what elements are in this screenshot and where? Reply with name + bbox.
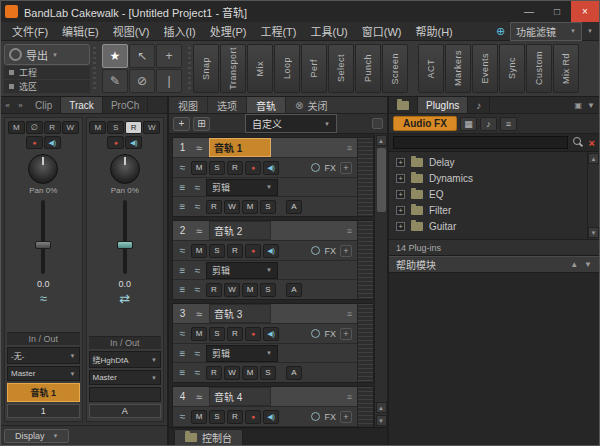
module-button[interactable]: Mix <box>247 44 273 93</box>
draw-tool-button[interactable]: ✎ <box>102 69 128 93</box>
plugin-folder-row[interactable]: + Dynamics <box>389 170 587 186</box>
track-arm-button[interactable]: R <box>227 244 243 258</box>
fx-bypass-icon[interactable] <box>311 329 320 338</box>
track-name[interactable]: 音轨 2 <box>209 221 271 240</box>
plugin-folder-row[interactable]: + Filter <box>389 202 587 218</box>
read-automation-button[interactable]: R <box>125 121 142 134</box>
archive-button[interactable]: A <box>286 366 302 380</box>
output-select[interactable]: Master ▼ <box>89 370 162 385</box>
options-button[interactable] <box>372 118 383 129</box>
plugins-tab[interactable]: PlugIns <box>418 97 468 113</box>
fx-bypass-icon[interactable] <box>311 412 320 421</box>
scroll-down-icon[interactable]: ▼ <box>376 415 387 426</box>
record-dot-icon[interactable]: ● <box>245 410 261 424</box>
output-select[interactable]: Master ▼ <box>7 366 80 381</box>
track-solo-button[interactable]: S <box>209 410 225 424</box>
track-name[interactable]: 音轨 1 <box>209 138 271 157</box>
scroll-top-button[interactable]: ▲ <box>376 402 387 413</box>
module-button[interactable]: Select <box>328 44 354 93</box>
track-solo-button[interactable]: S <box>209 161 225 175</box>
automation-write-button[interactable]: W <box>224 200 240 214</box>
collapse-icon[interactable]: ▲ <box>570 260 578 269</box>
chevron-down-icon[interactable]: ▼ <box>587 101 595 110</box>
automation-mute-button[interactable]: M <box>242 366 258 380</box>
archive-button[interactable]: A <box>286 200 302 214</box>
menu-chevron-icon[interactable]: ▼ <box>584 260 592 269</box>
notes-tab[interactable]: ♪ <box>468 97 490 113</box>
record-arm-button[interactable]: ● <box>26 136 43 149</box>
track-mute-button[interactable]: M <box>191 327 207 341</box>
write-automation-button[interactable]: W <box>62 121 79 134</box>
pan-knob[interactable] <box>110 154 140 184</box>
track-manager-button[interactable]: ⊞ <box>193 117 210 131</box>
clip-dropdown[interactable]: 剪辑 ▼ <box>206 262 278 279</box>
strip-name-box[interactable]: 音轨 1 <box>7 383 80 402</box>
module-button[interactable]: Markers <box>445 44 471 93</box>
module-button[interactable]: Custom <box>526 44 552 93</box>
input-echo-button[interactable]: ◀) <box>263 327 279 341</box>
add-fx-button[interactable]: + <box>340 245 352 257</box>
dock-icon[interactable]: ▣ <box>575 101 583 110</box>
erase-tool-button[interactable]: ⊘ <box>129 69 155 93</box>
record-dot-icon[interactable]: ● <box>245 161 261 175</box>
scroll-up-icon[interactable]: ▲ <box>588 153 599 164</box>
module-button[interactable]: Screen <box>382 44 408 93</box>
track-row[interactable]: 2 ≈ 音轨 2 ≡ ≈ M S R <box>172 220 374 300</box>
module-button[interactable]: Transport <box>220 44 246 93</box>
vertical-scrollbar[interactable]: ▲ ▲ ▼ <box>374 134 387 427</box>
automation-read-button[interactable]: R <box>206 366 222 380</box>
track-grip-icon[interactable]: ≡ <box>347 143 354 153</box>
audio-fx-filter-button[interactable]: Audio FX <box>393 116 457 131</box>
track-mute-button[interactable]: M <box>191 410 207 424</box>
module-button[interactable]: Sync <box>499 44 525 93</box>
menu-item[interactable]: 工程(T) <box>253 23 303 39</box>
track-row[interactable]: 1 ≈ 音轨 1 ≡ ≈ M S R <box>172 137 374 217</box>
trackview-close-button[interactable]: ⊗ 关闭 <box>286 97 336 113</box>
expand-icon[interactable]: + <box>396 206 405 215</box>
track-solo-button[interactable]: S <box>209 244 225 258</box>
console-tab[interactable]: 控制台 <box>174 429 243 445</box>
input-echo-button[interactable]: ◀) <box>263 161 279 175</box>
add-fx-button[interactable]: + <box>340 411 352 423</box>
inspector-tab[interactable]: Track <box>61 97 103 113</box>
export-scope-row[interactable]: 选区 <box>4 80 90 93</box>
inspector-tab[interactable]: ProCh <box>103 97 148 113</box>
plugin-folder-row[interactable]: + EQ <box>389 186 587 202</box>
archive-button[interactable]: A <box>286 283 302 297</box>
lens-preset-select[interactable]: 自定义 ▼ <box>245 114 337 133</box>
pan-knob[interactable] <box>28 154 58 184</box>
fx-bypass-icon[interactable] <box>311 163 320 172</box>
expand-right-icon[interactable]: » <box>14 97 27 113</box>
fader-handle[interactable] <box>117 241 133 249</box>
menu-item[interactable]: 工具(U) <box>304 23 355 39</box>
module-button[interactable]: ACT <box>418 44 444 93</box>
input-echo-button[interactable]: ◀) <box>44 136 61 149</box>
volume-fader[interactable] <box>7 200 80 274</box>
chevron-down-icon[interactable]: ▼ <box>587 28 593 34</box>
display-button[interactable]: Display ▼ <box>4 429 69 443</box>
track-row[interactable]: 4 ≈ 音轨 4 ≡ ≈ M S R <box>172 386 374 427</box>
menu-item[interactable]: 处理(P) <box>203 23 254 39</box>
automation-mute-button[interactable]: M <box>242 200 258 214</box>
add-fx-button[interactable]: + <box>340 162 352 174</box>
menu-item[interactable]: 视图(V) <box>106 23 157 39</box>
automation-mute-button[interactable]: M <box>242 283 258 297</box>
plugin-search-input[interactable] <box>393 136 568 149</box>
scroll-thumb[interactable] <box>377 148 386 212</box>
track-grip-icon[interactable]: ≡ <box>347 226 354 236</box>
expand-icon[interactable]: + <box>396 174 405 183</box>
tree-scrollbar[interactable]: ▲ ▼ <box>587 152 599 239</box>
rack-icon-button[interactable]: ≡ <box>500 117 517 131</box>
instruments-icon-button[interactable]: ▦ <box>460 117 477 131</box>
automation-solo-button[interactable]: S <box>260 283 276 297</box>
module-button[interactable]: Mix Rd <box>553 44 579 93</box>
automation-write-button[interactable]: W <box>224 366 240 380</box>
automation-write-button[interactable]: W <box>224 283 240 297</box>
menu-item[interactable]: 窗口(W) <box>355 23 409 39</box>
module-button[interactable]: Events <box>472 44 498 93</box>
record-arm-button[interactable]: ● <box>107 136 124 149</box>
fx-bypass-icon[interactable] <box>311 246 320 255</box>
module-button[interactable]: Perf <box>301 44 327 93</box>
smart-tool-button[interactable]: ★ <box>102 44 128 68</box>
expand-icon[interactable]: + <box>396 222 405 231</box>
